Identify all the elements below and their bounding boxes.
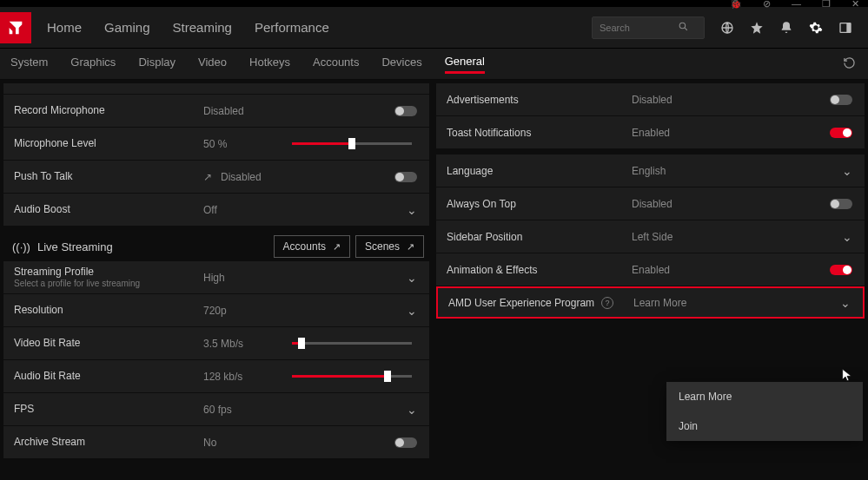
live-streaming-title: Live Streaming	[37, 240, 113, 253]
chevron-down-icon[interactable]: ⌄	[407, 271, 417, 285]
toggle-always-on-top[interactable]	[830, 199, 852, 209]
help-icon[interactable]: ⊘	[763, 0, 771, 10]
tab-system[interactable]: System	[10, 56, 48, 72]
toggle-record-microphone[interactable]	[394, 106, 417, 116]
external-link-icon: ↗	[333, 241, 341, 253]
dropdown-join[interactable]: Join	[666, 411, 863, 441]
value-resolution: 720p	[203, 305, 266, 317]
search-icon[interactable]	[678, 21, 689, 35]
web-icon[interactable]	[720, 21, 734, 35]
maximize-button[interactable]: ❐	[822, 0, 831, 10]
tab-video[interactable]: Video	[198, 56, 227, 72]
label-amd-uep: AMD User Experience Program ?	[438, 297, 633, 309]
row-archive-stream: Archive Stream No	[3, 426, 429, 458]
tab-display[interactable]: Display	[138, 56, 176, 72]
refresh-icon[interactable]	[843, 56, 856, 72]
value-sidebar-position: Left Side	[632, 231, 727, 243]
label-advertisements: Advertisements	[436, 94, 632, 106]
tab-accounts[interactable]: Accounts	[313, 56, 359, 72]
row-fps: FPS 60 fps ⌄	[3, 393, 429, 425]
value-audio-boost: Off	[203, 204, 266, 216]
chevron-down-icon[interactable]: ⌄	[842, 164, 852, 178]
slider-video-bit-rate[interactable]	[292, 342, 412, 345]
sub-nav: System Graphics Display Video Hotkeys Ac…	[0, 49, 868, 80]
accounts-button[interactable]: Accounts↗	[274, 235, 350, 258]
label-archive-stream: Archive Stream	[3, 436, 203, 448]
toggle-toast-notifications[interactable]	[830, 128, 852, 138]
nav-streaming[interactable]: Streaming	[173, 20, 232, 35]
row-audio-bit-rate: Audio Bit Rate 128 kb/s	[3, 360, 429, 392]
label-animation-effects: Animation & Effects	[436, 264, 632, 276]
bell-icon[interactable]	[779, 21, 793, 35]
scenes-button[interactable]: Scenes↗	[355, 235, 424, 258]
toggle-animation-effects[interactable]	[830, 265, 852, 275]
chevron-down-icon[interactable]: ⌄	[407, 403, 417, 417]
svg-point-0	[679, 23, 686, 29]
label-audio-bit-rate: Audio Bit Rate	[3, 370, 203, 382]
value-fps: 60 fps	[203, 404, 266, 416]
value-advertisements: Disabled	[632, 94, 727, 106]
chevron-down-icon[interactable]: ⌄	[407, 203, 417, 217]
label-record-microphone: Record Microphone	[3, 104, 203, 116]
dropdown-learn-more[interactable]: Learn More	[666, 382, 863, 411]
panel-icon[interactable]	[838, 21, 852, 35]
tab-general[interactable]: General	[445, 55, 485, 74]
star-icon[interactable]	[750, 21, 764, 35]
label-always-on-top: Always On Top	[436, 198, 632, 210]
uep-dropdown: Learn More Join	[666, 382, 863, 441]
value-language: English	[632, 165, 727, 177]
close-button[interactable]: ✕	[851, 0, 859, 10]
value-microphone-level: 50 %	[203, 138, 266, 150]
nav-performance[interactable]: Performance	[255, 20, 329, 35]
row-always-on-top: Always On Top Disabled	[436, 187, 865, 220]
debug-icon[interactable]: 🐞	[730, 0, 742, 10]
help-icon[interactable]: ?	[601, 297, 613, 309]
toggle-archive-stream[interactable]	[394, 437, 417, 448]
chevron-down-icon[interactable]: ⌄	[407, 304, 417, 318]
label-video-bit-rate: Video Bit Rate	[3, 337, 203, 349]
toggle-push-to-talk[interactable]	[394, 172, 417, 182]
row-language: Language English ⌄	[436, 155, 865, 187]
top-bar: Home Gaming Streaming Performance	[0, 7, 868, 49]
nav-home[interactable]: Home	[47, 20, 82, 35]
row-toast-notifications: Toast Notifications Enabled	[436, 116, 865, 148]
chevron-down-icon[interactable]: ⌄	[842, 230, 852, 244]
value-animation-effects: Enabled	[632, 264, 727, 276]
value-always-on-top: Disabled	[632, 198, 727, 210]
row-resolution: Resolution 720p ⌄	[3, 294, 429, 326]
external-link-icon: ↗	[407, 241, 414, 253]
live-streaming-header: ((·)) Live Streaming Accounts↗ Scenes↗	[3, 232, 429, 261]
row-record-microphone: Record Microphone Disabled	[3, 95, 429, 127]
row-audio-boost: Audio Boost Off ⌄	[3, 194, 429, 226]
search-box[interactable]	[592, 16, 705, 39]
label-push-to-talk: Push To Talk	[3, 170, 203, 182]
value-amd-uep: Learn More	[633, 297, 729, 309]
share-icon[interactable]: ↗	[203, 171, 212, 183]
main-nav: Home Gaming Streaming Performance	[47, 20, 329, 35]
broadcast-icon: ((·))	[12, 240, 30, 253]
svg-rect-3	[846, 23, 851, 32]
value-push-to-talk: Disabled	[221, 171, 283, 183]
tab-graphics[interactable]: Graphics	[70, 56, 116, 72]
nav-gaming[interactable]: Gaming	[104, 20, 150, 35]
tab-devices[interactable]: Devices	[381, 56, 421, 72]
slider-audio-bit-rate[interactable]	[292, 375, 412, 378]
left-pane: Record Microphone Disabled Microphone Le…	[0, 80, 433, 480]
row-video-bit-rate: Video Bit Rate 3.5 Mb/s	[3, 327, 429, 359]
chevron-down-icon[interactable]: ⌄	[840, 296, 851, 310]
row-amd-user-experience-program: AMD User Experience Program ? Learn More…	[436, 286, 865, 319]
search-input[interactable]	[600, 23, 678, 33]
amd-logo[interactable]	[0, 12, 31, 43]
row-animation-effects: Animation & Effects Enabled	[436, 253, 865, 286]
label-microphone-level: Microphone Level	[3, 137, 203, 149]
row-microphone-level: Microphone Level 50 %	[3, 128, 429, 160]
window-titlebar: 🐞 ⊘ — ❐ ✕	[0, 0, 868, 7]
toggle-advertisements[interactable]	[830, 95, 852, 105]
row-push-to-talk: Push To Talk ↗ Disabled	[3, 161, 429, 193]
label-fps: FPS	[3, 403, 203, 415]
minimize-button[interactable]: —	[792, 0, 801, 9]
slider-microphone-level[interactable]	[292, 142, 412, 145]
label-toast-notifications: Toast Notifications	[436, 127, 632, 139]
tab-hotkeys[interactable]: Hotkeys	[249, 56, 290, 72]
gear-icon[interactable]	[809, 21, 823, 35]
